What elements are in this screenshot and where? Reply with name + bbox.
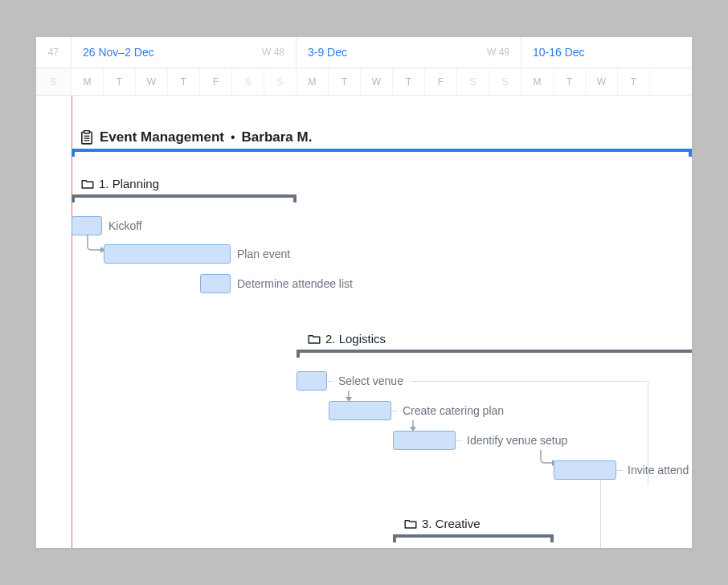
day-cell[interactable]: S bbox=[457, 68, 489, 95]
day-cell[interactable]: W bbox=[361, 68, 393, 95]
day-cell[interactable]: M bbox=[72, 68, 104, 95]
day-cell[interactable]: T bbox=[168, 68, 200, 95]
day-cell[interactable]: M bbox=[521, 68, 554, 95]
day-cell[interactable]: W bbox=[136, 68, 168, 95]
gantt-chart[interactable]: Event Management • Barbara M. 1. Plannin… bbox=[36, 96, 692, 548]
day-cell[interactable]: F bbox=[200, 68, 232, 95]
day-cell[interactable]: T bbox=[393, 68, 425, 95]
day-cell[interactable]: S bbox=[36, 68, 72, 95]
day-row: S M T W T F S S M T W T F S S M T W T bbox=[36, 68, 692, 95]
dependency-arrow bbox=[86, 235, 105, 260]
day-cell[interactable]: T bbox=[618, 68, 650, 95]
separator-dot: • bbox=[231, 130, 235, 145]
group-label: 3. Creative bbox=[422, 517, 481, 530]
group-span-bracket bbox=[297, 350, 692, 358]
week-cell[interactable]: 10-16 Dec bbox=[521, 37, 692, 68]
week-cell[interactable]: 3-9 Dec W 49 bbox=[297, 37, 521, 68]
task-label: Invite attend bbox=[621, 460, 692, 480]
task-label: Plan event bbox=[231, 244, 297, 264]
folder-icon bbox=[81, 178, 94, 190]
svg-rect-1 bbox=[84, 131, 90, 133]
task-bar-invite[interactable] bbox=[554, 460, 616, 480]
today-indicator bbox=[72, 96, 72, 548]
task-bar-catering[interactable] bbox=[329, 401, 391, 420]
prev-week-cell[interactable]: 47 bbox=[36, 37, 72, 68]
timeline-header: 47 26 Nov–2 Dec W 48 3-9 Dec W 49 10-16 … bbox=[36, 37, 692, 96]
week-row: 47 26 Nov–2 Dec W 48 3-9 Dec W 49 10-16 … bbox=[36, 37, 692, 68]
task-label: Select venue bbox=[332, 371, 410, 391]
week-number: W 49 bbox=[487, 47, 509, 58]
project-title: Event Management bbox=[100, 129, 224, 145]
group-span-bracket bbox=[72, 194, 297, 202]
task-bar-attendee-list[interactable] bbox=[200, 274, 231, 293]
group-label: 2. Logistics bbox=[325, 332, 386, 346]
day-cell[interactable]: S bbox=[489, 68, 521, 95]
week-range: 10-16 Dec bbox=[533, 46, 585, 59]
week-number: 47 bbox=[48, 47, 59, 58]
day-cell[interactable]: T bbox=[554, 68, 586, 95]
folder-icon bbox=[308, 333, 321, 345]
group-header-logistics[interactable]: 2. Logistics bbox=[308, 332, 386, 346]
day-cell[interactable]: F bbox=[425, 68, 457, 95]
project-span-bracket bbox=[72, 149, 692, 157]
group-header-creative[interactable]: 3. Creative bbox=[404, 517, 481, 530]
task-label: Determine attendee list bbox=[231, 274, 359, 293]
group-span-bracket bbox=[393, 534, 554, 542]
task-label: Identify venue setup bbox=[460, 431, 574, 450]
project-header[interactable]: Event Management • Barbara M. bbox=[80, 129, 312, 145]
week-range: 26 Nov–2 Dec bbox=[83, 46, 154, 59]
task-label: Kickoff bbox=[102, 216, 149, 235]
project-owner: Barbara M. bbox=[242, 129, 313, 145]
day-cell[interactable]: W bbox=[586, 68, 618, 95]
task-bar-plan-event[interactable] bbox=[104, 244, 231, 264]
week-number: W 48 bbox=[262, 47, 284, 58]
gantt-window: 47 26 Nov–2 Dec W 48 3-9 Dec W 49 10-16 … bbox=[36, 37, 692, 548]
day-cell[interactable]: S bbox=[232, 68, 264, 95]
folder-icon bbox=[404, 518, 417, 530]
day-cell[interactable]: S bbox=[264, 68, 297, 95]
day-cell[interactable]: T bbox=[329, 68, 361, 95]
task-bar-select-venue[interactable] bbox=[297, 371, 327, 391]
group-header-planning[interactable]: 1. Planning bbox=[81, 177, 159, 190]
task-bar-venue-setup[interactable] bbox=[393, 431, 456, 450]
week-range: 3-9 Dec bbox=[308, 46, 347, 59]
day-cell[interactable]: M bbox=[297, 68, 329, 95]
task-dash bbox=[600, 480, 601, 548]
week-cell[interactable]: 26 Nov–2 Dec W 48 bbox=[72, 37, 297, 68]
task-label: Create catering plan bbox=[396, 401, 510, 420]
task-dash bbox=[411, 381, 648, 382]
task-bar-kickoff[interactable] bbox=[72, 216, 102, 235]
group-label: 1. Planning bbox=[99, 177, 159, 190]
day-cell[interactable]: T bbox=[104, 68, 136, 95]
clipboard-icon bbox=[80, 130, 93, 145]
